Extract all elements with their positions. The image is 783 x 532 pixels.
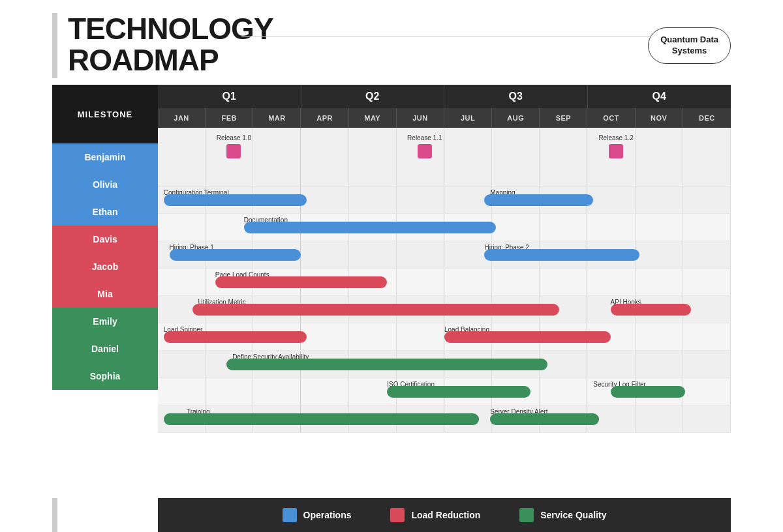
header: TECHNOLOGY ROADMAP Quantum DataSystems [0,0,783,85]
milestone-release-1-1: Release 1.1 [407,134,442,158]
month-jul: JUL [444,108,492,128]
gantt-row-davis: Page Load Counts [158,269,731,296]
bar-documentation [244,222,496,233]
gantt-row-benjamin: Configuration Terminal Mapping [158,186,731,214]
gantt-row-daniel: ISO Certification Security Log Filter [158,378,731,406]
bar-hiring2 [484,249,639,261]
milestone-1-1-marker [418,144,432,158]
grid-col-7 [444,128,492,186]
month-aug: AUG [492,108,540,128]
main-content: MILESTONE Benjamin Olivia Ethan Davis Ja… [0,85,783,498]
page-container: TECHNOLOGY ROADMAP Quantum DataSystems M… [0,0,783,532]
grid-col-11 [636,128,683,186]
quarter-q2: Q2 [301,85,445,108]
grid-col-3 [253,128,301,186]
page-title: TECHNOLOGY ROADMAP [68,13,273,76]
month-feb: FEB [206,108,253,128]
grid-col-4 [301,128,348,186]
milestone-row: Release 1.0 Release 1.1 Release 1.2 [158,128,731,186]
legend-left-bar [52,498,158,532]
header-left: TECHNOLOGY ROADMAP [52,13,273,78]
gantt-row-sophia: Training Server Density Alert [158,406,731,433]
legend-label-operations: Operations [303,510,352,520]
bar-mapping [484,194,593,206]
bar-hiring1 [170,249,301,261]
quarter-header: Q1 Q2 Q3 Q4 [158,85,731,108]
quarter-q3: Q3 [444,85,588,108]
milestone-1-0-marker [226,144,241,158]
legend-label-service-quality: Service Quality [540,510,606,520]
gantt-row-jacob: Utilization Metric API Hooks [158,296,731,323]
month-jan: JAN [158,108,206,128]
sidebar-row-benjamin: Benjamin [52,143,158,171]
legend-item-load-reduction: Load Reduction [390,508,480,522]
bar-config-terminal [164,194,307,206]
month-sep: SEP [540,108,587,128]
bar-page-load [215,276,387,288]
legend-wrapper: Operations Load Reduction Service Qualit… [0,498,783,532]
sidebar-row-davis: Davis [52,226,158,253]
month-mar: MAR [253,108,301,128]
month-dec: DEC [683,108,731,128]
gantt-row-mia: Load Spinner Load Balancing [158,323,731,351]
bar-security-avail [226,359,547,370]
bar-api-hooks [611,304,691,316]
sidebar-row-emily: Emily [52,308,158,335]
gantt-row-emily: Define Security Availability [158,351,731,378]
legend-label-load-reduction: Load Reduction [411,510,480,520]
legend-item-service-quality: Service Quality [519,508,606,522]
header-divider [241,36,652,37]
sidebar-row-jacob: Jacob [52,253,158,280]
grid-col-8 [492,128,540,186]
quarter-q1: Q1 [158,85,301,108]
bar-load-balancing [444,331,611,343]
legend-dot-load-reduction [390,508,405,522]
sidebar-row-sophia: Sophia [52,362,158,390]
sidebar: MILESTONE Benjamin Olivia Ethan Davis Ja… [52,85,158,498]
milestone-header: MILESTONE [52,85,158,143]
grid-col-9 [540,128,587,186]
grid-col-12 [683,128,731,186]
month-nov: NOV [636,108,683,128]
milestone-1-2-label: Release 1.2 [598,134,633,141]
gantt-wrapper: Q1 Q2 Q3 Q4 JAN FEB MAR APR MAY JUN JUL … [158,85,731,498]
bar-server-density [490,413,599,425]
quarter-q4: Q4 [588,85,731,108]
sidebar-row-ethan: Ethan [52,198,158,226]
month-may: MAY [349,108,397,128]
accent-bar [52,13,57,78]
grid-col-5 [349,128,397,186]
milestone-1-0-label: Release 1.0 [217,134,251,141]
title-line1: TECHNOLOGY [68,12,273,46]
bar-utilization [192,304,559,316]
bar-iso [387,386,530,398]
legend-dot-operations [283,508,297,522]
footer-accent-bar [52,498,57,532]
company-badge: Quantum DataSystems [648,27,731,64]
sidebar-row-mia: Mia [52,280,158,308]
grid-col-1 [158,128,206,186]
month-apr: APR [301,108,348,128]
sidebar-row-olivia: Olivia [52,171,158,198]
month-jun: JUN [397,108,444,128]
legend-item-operations: Operations [283,508,352,522]
gantt-row-olivia: Documentation [158,214,731,241]
legend: Operations Load Reduction Service Qualit… [158,498,731,532]
month-oct: OCT [587,108,635,128]
milestone-release-1-0: Release 1.0 [217,134,251,158]
milestone-1-2-marker [609,144,623,158]
bar-training [164,413,479,425]
milestone-label: MILESTONE [78,110,133,119]
milestone-1-1-label: Release 1.1 [407,134,442,141]
gantt-row-ethan: Hiring: Phase 1 Hiring: Phase 2 [158,241,731,269]
bar-load-spinner [164,331,307,343]
legend-dot-service-quality [519,508,534,522]
gantt-body: Release 1.0 Release 1.1 Release 1.2 [158,128,731,498]
sidebar-row-daniel: Daniel [52,335,158,362]
title-line2: ROADMAP [68,43,219,77]
bar-security-log [611,386,685,398]
month-header: JAN FEB MAR APR MAY JUN JUL AUG SEP OCT … [158,108,731,128]
milestone-release-1-2: Release 1.2 [598,134,633,158]
